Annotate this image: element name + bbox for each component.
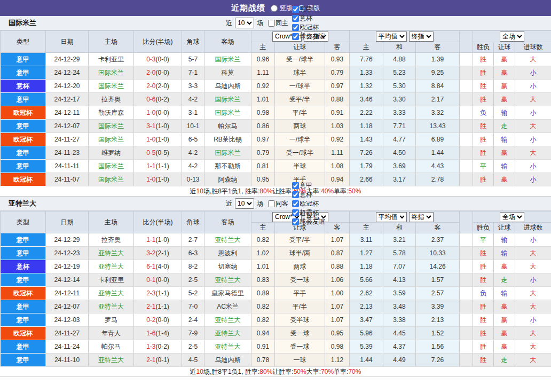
league-filter-option[interactable]: 欧冠杯	[290, 23, 325, 32]
avg-draw-odds: 7.07	[383, 260, 416, 273]
league-filter-option[interactable]: 意杯	[290, 14, 325, 23]
avg-away-odds: 3.39	[416, 300, 460, 313]
corner-count: 2-7	[182, 233, 204, 247]
handicap-result-cell: 走	[494, 273, 515, 287]
handicap-line: 受一球	[275, 327, 325, 340]
col-header-type: 类型	[1, 211, 46, 233]
league-filter-option[interactable]: 球会友谊	[290, 32, 325, 41]
league-filter-checkbox[interactable]	[292, 200, 299, 207]
match-date: 24-12-11	[46, 106, 89, 120]
league-badge: 意甲	[1, 354, 46, 367]
handicap-result-cell: 赢	[494, 80, 515, 93]
same-venue-checkbox[interactable]	[268, 20, 275, 27]
corner-count: 3-3	[182, 80, 204, 93]
odds-home: 0.82	[251, 313, 275, 327]
col-header-avg-away: 客	[416, 42, 460, 53]
handicap-line: 受平/半	[275, 93, 325, 106]
away-team: 恩波利	[204, 247, 251, 260]
results-table: 类型 日期 主场 比分(半场) 角球 客场 Crow*终指 平均值终指	[0, 211, 551, 367]
odds-home: 0.83	[251, 273, 275, 287]
away-team: 乌迪内斯	[204, 80, 251, 93]
halftime-score: (2-1)	[156, 249, 169, 257]
league-filter-option[interactable]: 意甲	[290, 181, 325, 190]
match-row: 意甲24-11-24帕尔马1-3(0-2)2-5亚特兰大0.91受一球0.985…	[1, 340, 551, 354]
odds-away: 0.88	[325, 260, 350, 273]
odds-home: 0.79	[251, 146, 275, 160]
league-filter-checkbox[interactable]	[292, 33, 299, 40]
league-filter-option[interactable]: 超霸杯	[290, 208, 325, 217]
match-row: 意甲24-12-17拉齐奥0-6(0-2)4-2国际米兰1.01受平/半0.88…	[1, 93, 551, 106]
odds-away: 0.93	[325, 53, 350, 66]
league-filter-checkbox[interactable]	[292, 182, 299, 189]
score-cell: 2-0(2-0)	[134, 80, 182, 93]
avg-select-group: 平均值终指	[350, 211, 460, 223]
col-header-date: 日期	[46, 211, 89, 233]
handicap-line: 受一球	[275, 273, 325, 287]
avg-home-odds: 2.13	[350, 300, 383, 313]
result-cell: 胜	[473, 93, 494, 106]
handicap-line: 球半/两	[275, 247, 325, 260]
match-date: 24-12-07	[46, 300, 89, 313]
result-cell: 负	[473, 287, 494, 300]
goals-cell: 大	[515, 247, 551, 260]
col-header-corner: 角球	[182, 31, 204, 53]
avg-stage-select[interactable]: 终指	[409, 212, 434, 222]
league-filter-checkbox[interactable]	[292, 209, 299, 216]
match-date: 24-12-24	[46, 66, 89, 80]
handicap-result-cell: 输	[494, 233, 515, 247]
fulltime-select[interactable]: 全场	[500, 212, 524, 222]
avg-draw-odds: 5.30	[383, 80, 416, 93]
section-header-band: 国际米兰 近 10 场 同主 意甲意杯欧冠杯球会友谊	[0, 16, 551, 30]
avg-draw-odds: 3.33	[383, 106, 416, 120]
summary-text: 让胜率:	[272, 367, 293, 377]
league-filter-label: 球会友谊	[300, 217, 325, 226]
match-date: 24-12-11	[46, 287, 89, 300]
handicap-line: 两球	[275, 120, 325, 133]
league-filter-checkbox[interactable]	[292, 24, 299, 31]
same-venue-option[interactable]: 同客	[265, 199, 288, 208]
goals-cell: 小	[515, 273, 551, 287]
summary-value: 10	[196, 368, 203, 375]
score-cell: 1-1(1-1)	[134, 160, 182, 173]
handicap-line: 受一/球半	[275, 146, 325, 160]
league-filter-checkbox[interactable]	[292, 218, 299, 225]
league-filter-option[interactable]: 球会友谊	[290, 217, 325, 226]
avg-home-odds: 1.44	[350, 354, 383, 367]
league-filter-option[interactable]: 意杯	[290, 190, 325, 199]
halftime-score: (0-5)	[156, 149, 169, 156]
league-badge: 欧冠杯	[1, 106, 46, 120]
score-cell: 2-0(0-0)	[134, 66, 182, 80]
league-filter-checkbox[interactable]	[292, 15, 299, 22]
same-venue-option[interactable]: 同主	[265, 19, 288, 28]
score-cell: 1-0(1-0)	[134, 133, 182, 146]
handicap-line: 两球	[275, 260, 325, 273]
avg-away-odds: 10.33	[416, 247, 460, 260]
league-badge: 意甲	[1, 146, 46, 160]
recent-count-select[interactable]: 10	[235, 18, 254, 28]
home-team: 帕尔马	[89, 340, 134, 354]
home-team: 拉齐奥	[89, 233, 134, 247]
same-venue-checkbox[interactable]	[268, 200, 275, 207]
handicap-result-cell: 赢	[494, 173, 515, 186]
league-filter-checkbox[interactable]	[292, 6, 299, 13]
corner-count: 5-7	[182, 53, 204, 66]
handicap-line: 受一/球半	[275, 53, 325, 66]
result-cell: 胜	[473, 340, 494, 354]
goals-cell: 大	[515, 327, 551, 340]
avg-draw-odds: 5.23	[383, 66, 416, 80]
odds-home: 0.82	[251, 300, 275, 313]
avg-away-odds: 8.84	[416, 80, 460, 93]
league-filter-checkbox[interactable]	[292, 191, 299, 198]
fulltime-select[interactable]: 全场	[500, 32, 524, 42]
avg-source-select[interactable]: 平均值	[376, 32, 407, 42]
avg-source-select[interactable]: 平均值	[376, 212, 407, 222]
odds-away: 0.95	[325, 327, 350, 340]
avg-stage-select[interactable]: 终指	[409, 32, 434, 42]
avg-draw-odds: 4.77	[383, 133, 416, 146]
league-filter-option[interactable]: 欧冠杯	[290, 199, 325, 208]
col-header-goals: 进球数	[515, 42, 551, 53]
league-filter-option[interactable]: 意甲	[290, 5, 325, 14]
league-badge: 意甲	[1, 66, 46, 80]
spacer-cell	[460, 146, 473, 160]
recent-count-select[interactable]: 10	[235, 198, 254, 209]
